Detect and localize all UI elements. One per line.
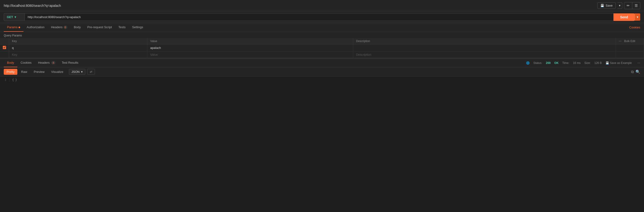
response-tab-headers-label: Headers <box>38 61 50 64</box>
params-table: Key Value Description ⋯ Bulk Edit q apal… <box>0 38 644 58</box>
response-tab-body-label: Body <box>7 61 14 64</box>
send-label: Send <box>620 15 628 19</box>
method-chevron-icon: ▾ <box>14 15 16 19</box>
tab-params[interactable]: Params <box>4 23 24 32</box>
save-dropdown-button[interactable]: ▾ <box>618 2 622 9</box>
response-tab-test-results-label: Test Results <box>62 61 78 64</box>
save-label: Save <box>606 4 612 7</box>
view-icon-button[interactable]: ☰ <box>632 2 640 9</box>
size-value: 126 B <box>594 61 602 65</box>
format-bar: Pretty Raw Preview Visualize JSON ▾ ⇄ ⧉ … <box>0 67 644 76</box>
row-value-cell[interactable]: apalach <box>148 44 353 51</box>
tab-params-label: Params <box>7 25 18 29</box>
row-actions-cell <box>616 44 644 51</box>
format-tab-raw-label: Raw <box>21 70 27 74</box>
save-button[interactable]: 💾 Save <box>597 2 616 9</box>
format-tab-pretty[interactable]: Pretty <box>4 69 17 75</box>
status-code: 200 <box>546 61 550 65</box>
tab-authorization[interactable]: Authorization <box>24 23 48 32</box>
params-header-value: Value <box>148 38 353 44</box>
edit-icons-group: ✏ ☰ <box>624 2 640 9</box>
copy-button[interactable]: ⧉ <box>631 70 634 74</box>
send-button[interactable]: Send <box>614 13 635 21</box>
save-as-example-button[interactable]: 💾 Save as Example <box>606 61 632 65</box>
tab-tests[interactable]: Tests <box>115 23 129 32</box>
tab-headers[interactable]: Headers6 <box>48 23 70 32</box>
empty-description-cell[interactable]: Description <box>353 51 616 58</box>
tab-body[interactable]: Body <box>70 23 84 32</box>
response-tab-cookies[interactable]: Cookies <box>17 59 35 67</box>
bulk-edit-button[interactable]: Bulk Edit <box>624 40 635 43</box>
more-icon[interactable]: ⋯ <box>619 40 622 43</box>
params-header-checkbox <box>0 38 9 44</box>
format-tab-visualize[interactable]: Visualize <box>48 69 66 75</box>
params-dot <box>18 27 20 28</box>
send-dropdown-button[interactable]: ▾ <box>635 13 640 21</box>
request-tabs-bar: Params Authorization Headers6 Body Pre-r… <box>0 23 644 32</box>
tab-settings-label: Settings <box>132 25 143 29</box>
line-numbers: 1 <box>0 78 9 81</box>
save-example-label: Save as Example <box>610 61 632 65</box>
row-checkbox[interactable] <box>3 46 6 49</box>
response-more-icon[interactable]: ⋯ <box>638 61 640 65</box>
response-headers-badge: 4 <box>51 61 55 64</box>
response-tab-body[interactable]: Body <box>4 59 17 67</box>
json-close-brace: } <box>15 78 17 81</box>
method-label: GET <box>7 15 13 19</box>
edit-pencil-button[interactable]: ✏ <box>624 2 632 9</box>
top-bar-url: http://localhost:8080/search?q=apalach <box>4 4 595 8</box>
row-description-cell[interactable] <box>353 44 616 51</box>
top-bar-actions: 💾 Save ▾ ✏ ☰ <box>597 2 640 9</box>
json-chevron-icon: ▾ <box>81 70 83 74</box>
tab-authorization-label: Authorization <box>27 25 44 29</box>
save-example-icon: 💾 <box>606 61 609 65</box>
format-right-actions: ⧉ 🔍 <box>631 70 640 74</box>
code-area: 1 { } <box>0 76 644 83</box>
url-input[interactable] <box>25 13 614 21</box>
query-params-label: Query Params <box>0 32 644 38</box>
response-tab-test-results[interactable]: Test Results <box>58 59 82 67</box>
json-open-brace[interactable]: { <box>12 78 14 81</box>
status-text: OK <box>554 61 558 65</box>
empty-value-cell[interactable]: Value <box>148 51 353 58</box>
filter-button[interactable]: ⇄ <box>87 69 95 75</box>
format-tab-raw[interactable]: Raw <box>18 69 30 75</box>
table-row: q apalach <box>0 44 644 51</box>
row-checkbox-cell[interactable] <box>0 44 9 51</box>
tab-headers-label: Headers <box>51 25 62 29</box>
request-bar: GET ▾ Send ▾ <box>0 11 644 23</box>
top-bar: http://localhost:8080/search?q=apalach 💾… <box>0 0 644 11</box>
time-value: 16 ms <box>573 61 581 65</box>
search-button[interactable]: 🔍 <box>636 70 640 74</box>
response-tabs-bar: Body Cookies Headers 4 Test Results 🌐 St… <box>0 59 644 67</box>
format-tab-preview-label: Preview <box>34 70 44 74</box>
size-label: Size: <box>584 61 591 65</box>
status-globe-icon: 🌐 <box>526 61 530 65</box>
json-format-label: JSON <box>72 70 80 74</box>
format-tab-preview[interactable]: Preview <box>31 69 47 75</box>
headers-badge: 6 <box>64 26 67 29</box>
response-tab-cookies-label: Cookies <box>20 61 32 64</box>
status-label: Status: <box>534 61 542 65</box>
method-select[interactable]: GET ▾ <box>4 13 25 21</box>
time-label: Time: <box>562 61 569 65</box>
tab-pre-request-script[interactable]: Pre-request Script <box>84 23 115 32</box>
empty-actions-cell <box>616 51 644 58</box>
tab-tests-label: Tests <box>118 25 126 29</box>
tab-settings[interactable]: Settings <box>129 23 146 32</box>
code-content: { } <box>9 78 644 81</box>
params-header-bulk: ⋯ Bulk Edit <box>616 38 644 44</box>
empty-checkbox-cell <box>0 51 9 58</box>
filter-icon: ⇄ <box>90 70 92 74</box>
line-number-1: 1 <box>3 78 6 81</box>
empty-key-cell[interactable]: Key <box>9 51 148 58</box>
json-format-select[interactable]: JSON ▾ <box>69 69 85 75</box>
response-tab-headers[interactable]: Headers 4 <box>35 59 58 67</box>
cookies-link[interactable]: Cookies <box>629 26 640 29</box>
tab-pre-request-label: Pre-request Script <box>88 25 112 29</box>
table-row-empty: Key Value Description <box>0 51 644 58</box>
tab-body-label: Body <box>74 25 81 29</box>
format-tab-visualize-label: Visualize <box>51 70 63 74</box>
row-key-cell[interactable]: q <box>9 44 148 51</box>
save-icon: 💾 <box>600 4 604 7</box>
